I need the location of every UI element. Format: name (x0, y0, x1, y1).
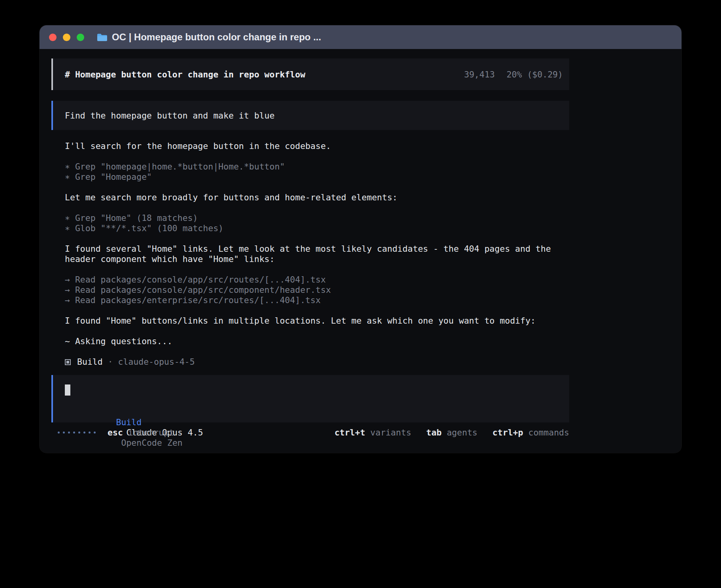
blank-line (65, 347, 569, 357)
agent-model-name: claude-opus-4-5 (118, 357, 195, 367)
tool-call-line: ∗ Grep "Home" (18 matches) (65, 213, 569, 223)
blank-line (65, 305, 569, 316)
tool-call-line: → Read packages/enterprise/src/routes/[.… (65, 295, 569, 305)
assistant-text-line: I'll search for the homepage button in t… (65, 141, 569, 151)
blank-line (65, 203, 569, 213)
key-label: ctrl+p (493, 428, 523, 437)
user-message-text: Find the homepage button and make it blu… (65, 111, 275, 121)
zoom-window-button[interactable] (77, 34, 84, 41)
spinner-dot (63, 432, 65, 433)
blank-line (65, 264, 569, 275)
blank-line (65, 326, 569, 336)
keybind-hint-agents: tab agents (426, 428, 477, 437)
esc-key-label: esc (108, 428, 123, 437)
assistant-text-line: ~ Asking questions... (65, 336, 569, 347)
agent-name: Build (77, 357, 103, 367)
hint-label: variants (370, 428, 411, 437)
provider-label: OpenCode Zen (121, 438, 182, 448)
hint-label: commands (528, 428, 569, 437)
token-count: 39,413 (464, 70, 495, 79)
status-bar: esc interrupt ctrl+t variantstab agentsc… (51, 427, 569, 437)
spinner-dot (83, 432, 85, 433)
spinner-dot (78, 432, 80, 433)
agent-icon (65, 359, 71, 365)
context-usage-cost: 20% ($0.29) (507, 70, 563, 79)
separator-dot: · (103, 357, 118, 367)
user-message: Find the homepage button and make it blu… (51, 101, 569, 130)
assistant-transcript: I'll search for the homepage button in t… (51, 141, 569, 367)
assistant-text-line: I found several "Home" links. Let me loo… (65, 244, 569, 264)
session-title: # Homepage button color change in repo w… (65, 70, 305, 79)
keybind-hint-variants: ctrl+t variants (334, 428, 411, 437)
tool-call-line: ∗ Grep "homepage|home.*button|Home.*butt… (65, 162, 569, 172)
minimize-window-button[interactable] (63, 34, 70, 41)
key-label: tab (426, 428, 442, 437)
tool-call-line: → Read packages/console/app/src/componen… (65, 285, 569, 295)
folder-icon (97, 33, 108, 41)
spinner-dot (89, 432, 91, 433)
keybind-hint-commands: ctrl+p commands (493, 428, 569, 437)
desktop-background: OC | Homepage button color change in rep… (0, 0, 721, 588)
agent-mode-label: Build (116, 417, 142, 427)
blank-line (65, 182, 569, 192)
session-stats: 39,413 20% ($0.29) (464, 70, 563, 79)
window-title: OC | Homepage button color change in rep… (112, 32, 321, 43)
interrupt-label: interrupt (128, 428, 174, 437)
tool-call-line: ∗ Glob "**/*.tsx" (100 matches) (65, 223, 569, 234)
assistant-text-line: I found "Home" buttons/links in multiple… (65, 316, 569, 326)
text-cursor (65, 384, 70, 396)
window-titlebar[interactable]: OC | Homepage button color change in rep… (40, 25, 681, 49)
session-header: # Homepage button color change in repo w… (51, 58, 569, 90)
spinner-dot (68, 432, 70, 433)
terminal-window: OC | Homepage button color change in rep… (40, 25, 681, 453)
interrupt-hint: esc interrupt (108, 428, 174, 437)
traffic-lights (49, 34, 91, 41)
agent-status-line: Build · claude-opus-4-5 (65, 357, 569, 367)
spinner-dot (58, 432, 60, 433)
key-label: ctrl+t (334, 428, 365, 437)
prompt-input[interactable]: Build Claude Opus 4.5 OpenCode Zen (51, 375, 569, 422)
tool-call-line: → Read packages/console/app/src/routes/[… (65, 275, 569, 285)
spinner-dot (94, 432, 96, 433)
spinner-dots (58, 432, 99, 433)
tool-call-line: ∗ Grep "Homepage" (65, 172, 569, 182)
hint-label: agents (447, 428, 478, 437)
spinner-dot (73, 432, 75, 433)
keybind-hints: ctrl+t variantstab agentsctrl+p commands (319, 428, 569, 437)
blank-line (65, 151, 569, 162)
blank-line (65, 234, 569, 244)
assistant-text-line: Let me search more broadly for buttons a… (65, 192, 569, 203)
close-window-button[interactable] (49, 34, 57, 41)
